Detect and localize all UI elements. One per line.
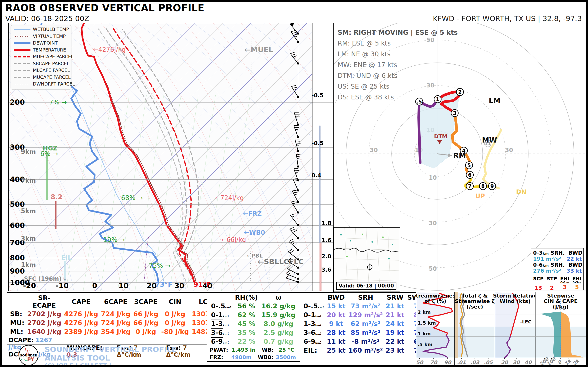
svg-text:-20: -20	[23, 282, 36, 290]
svg-text:68% →: 68% →	[121, 194, 143, 201]
svg-text:600: 600	[10, 221, 25, 229]
svg-text:2: 2	[458, 89, 462, 95]
svg-text:1km: 1km	[21, 261, 36, 268]
valid-timestamp: VALID: 06-18-2025 00Z	[5, 14, 89, 23]
profile-mini-panels: 5070902 km1.5 km1 km.5 kmStreamwisenesso…	[416, 292, 586, 365]
station-label: KFWD - FORT WORTH, TX US | 32.8, -97.3	[433, 14, 582, 23]
kinematics-table-box: BWDSRHSRWSWζ%SWζ0-.5ₖₘ:15 kt73 m²/s²21 k…	[300, 292, 416, 360]
svg-text:-LEC: -LEC	[520, 319, 531, 324]
svg-text:(/sec): (/sec)	[467, 304, 483, 310]
svg-text:0: 0	[92, 282, 97, 290]
svg-text:7% →: 7% →	[49, 99, 67, 106]
svg-text:9: 9	[490, 184, 494, 189]
moisture-row: 6-9ₖₘ:22 %0.7 g/kg	[210, 337, 297, 346]
svg-text:10: 10	[119, 282, 129, 290]
svg-text:LM: LM	[489, 97, 501, 105]
map-canvas	[334, 228, 399, 291]
svg-text:1 km: 1 km	[417, 331, 431, 337]
svg-text:50: 50	[429, 266, 437, 272]
index-scp: SCP 13	[533, 276, 544, 291]
svg-text:DEWPOINT: DEWPOINT	[33, 40, 58, 46]
bwd-0-3-label: BWD	[569, 250, 582, 256]
footer-credit: (C) KYLE J GILLETT | sounderpysoundings.…	[45, 362, 200, 367]
svg-text:-0.5: -0.5	[311, 92, 323, 99]
svg-text:PY: PY	[27, 356, 34, 362]
svg-text:19% →: 19% →	[103, 236, 125, 243]
moisture-row: 1-3ₖₘ:45 %8.0 g/kg	[210, 319, 297, 328]
svg-text:73°F: 73°F	[155, 281, 173, 288]
svg-text:MUECAPE PARCEL: MUECAPE PARCEL	[33, 54, 74, 59]
storm-motion-line: RM: ESE @ 5 kts	[338, 38, 458, 49]
svg-text:30: 30	[174, 282, 184, 290]
svg-text:200: 200	[10, 98, 25, 106]
svg-text:UP: UP	[475, 193, 485, 200]
thermo-row: ML:1640 J/kg2389 J/kg354 J/kg0 J/kg-80 J…	[9, 327, 220, 336]
storm-motion-line: LM: NE @ 30 kts	[338, 49, 458, 59]
svg-text:-SFC (196m) -: -SFC (196m) -	[22, 275, 66, 282]
raob-profile-figure: RAOB OBSERVED VERTICAL PROFILE VALID: 06…	[0, 0, 588, 367]
svg-text:Total ζ &: Total ζ &	[462, 293, 488, 299]
svg-text:MUCAPE PARCEL: MUCAPE PARCEL	[33, 75, 71, 80]
moisture-row: 0-.5ₖₘ:56 %16.2 g/kg	[210, 302, 297, 310]
bwd-0-6-value: 33 kt	[567, 268, 582, 274]
footer: SOUNDER PY SOUNDERPY VERTICAL PROFILE AN…	[18, 345, 200, 367]
svg-text:.03: .03	[470, 359, 480, 365]
srh-0-6-value: 276 m²/s²	[533, 268, 561, 274]
svg-text:90: 90	[444, 359, 452, 365]
svg-text:40: 40	[525, 359, 532, 365]
svg-text:←66J/kg: ←66J/kg	[221, 236, 246, 243]
svg-text:10: 10	[429, 174, 437, 181]
srh-0-3-label: 0-3ₖₘ SRH,	[533, 250, 565, 256]
svg-text:Streamwiseness: Streamwiseness	[416, 293, 458, 299]
skewt-diagram: 200300400500600700800900100013km9km7km5k…	[9, 23, 333, 291]
svg-text:of ζ (%): of ζ (%)	[424, 298, 446, 304]
thermo-row: MU:2702 J/kg4276 J/kg724 J/kg66 J/kg0 J/…	[9, 318, 220, 327]
srh-0-3-value: 191 m²/s²	[533, 256, 561, 262]
moisture-table-box: RH(%)ω0-.5ₖₘ:56 %16.2 g/kg0-1ₖₘ:62 %15.9…	[207, 292, 300, 362]
svg-text:5: 5	[467, 163, 471, 168]
storm-motion-line: DS: ESE @ 38 kts	[338, 92, 458, 102]
svg-text:-0.5: -0.5	[311, 140, 323, 146]
svg-text:30: 30	[505, 147, 513, 154]
svg-text:←WB0: ←WB0	[244, 229, 265, 236]
svg-text:TEMPERATURE: TEMPERATURE	[33, 47, 66, 52]
svg-text:70: 70	[430, 359, 438, 365]
svg-text:7: 7	[468, 184, 472, 189]
svg-text:.5 km: .5 km	[417, 342, 432, 347]
svg-text:3: 3	[453, 110, 457, 116]
svg-text:Streamwise ζ: Streamwise ζ	[455, 298, 495, 304]
storm-motion-text-block: SM: RIGHT MOVING | ESE @ 5 ktsRM: ESE @ …	[338, 27, 458, 102]
svg-text:7km: 7km	[21, 177, 36, 184]
index-ehi: EHI0–3ₖₘ5	[572, 276, 581, 291]
svg-text:VIRTUAL TEMP: VIRTUAL TEMP	[33, 33, 66, 39]
svg-text:1.5 km: 1.5 km	[417, 320, 436, 326]
svg-text:CIN & CAPE: CIN & CAPE	[544, 298, 578, 304]
frz-wb0-line: FRZ:4900mWB0:3500m	[210, 354, 297, 360]
svg-text:0.4: 0.4	[311, 172, 321, 178]
svg-text:DWNDRFT PARCEL: DWNDRFT PARCEL	[33, 81, 75, 86]
thermo-row: SB:2702 J/kg4276 J/kg724 J/kg66 J/kg0 J/…	[9, 309, 220, 318]
moisture-row: 3-6ₖₘ:35 %2.5 g/kg	[210, 328, 297, 337]
pwat-wb-line: PWAT:1.493 inWB:25 °C	[210, 347, 297, 353]
svg-text:6: 6	[468, 172, 472, 178]
svg-text:Wind (kts): Wind (kts)	[500, 298, 530, 304]
svg-text:DN: DN	[516, 189, 526, 196]
svg-text:3.6: 3.6	[321, 267, 331, 273]
footer-title: SOUNDERPY VERTICAL PROFILE ANALYSIS TOOL	[45, 345, 200, 362]
svg-text:MLCAPE PARCEL: MLCAPE PARCEL	[33, 67, 70, 73]
svg-text:1.6: 1.6	[321, 237, 331, 243]
index-ehi: EHI0–1ₖₘ3	[560, 276, 569, 291]
svg-text:9km: 9km	[21, 148, 36, 156]
svg-text:50: 50	[416, 359, 424, 365]
svg-text:800: 800	[10, 254, 25, 262]
storm-motion-line: MW: ENE @ 17 kts	[338, 59, 458, 70]
sounderpy-logo: SOUNDER PY	[18, 345, 39, 366]
moisture-row: 0-1ₖₘ:62 %15.9 g/kg	[210, 310, 297, 319]
svg-text:WETBULB TEMP: WETBULB TEMP	[33, 27, 69, 32]
svg-text:8: 8	[481, 184, 485, 189]
svg-text:500: 500	[10, 200, 25, 209]
svg-text:-10: -10	[56, 282, 69, 290]
svg-text:(J/kg): (J/kg)	[553, 304, 569, 310]
thermo-table-box: SR-ECAPECAPE6CAPE3CAPECINLCLSB:2702 J/kg…	[7, 292, 207, 344]
svg-text:30: 30	[429, 220, 437, 227]
